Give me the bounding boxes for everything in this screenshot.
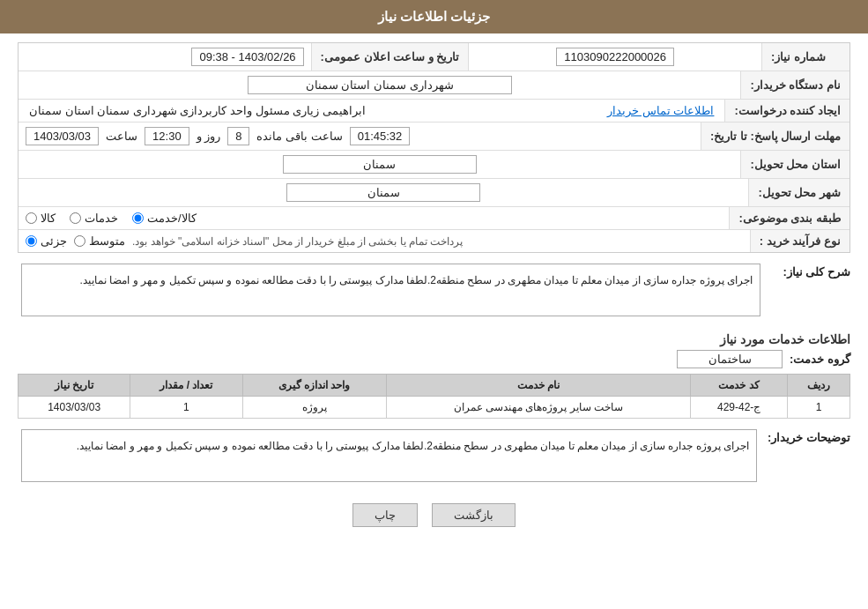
khadamat-section: اطلاعات خدمات مورد نیاز گروه خدمت: ساختم…: [18, 327, 850, 419]
khadamat-title: اطلاعات خدمات مورد نیاز: [18, 327, 850, 350]
table-cell: 1403/03/03: [19, 397, 130, 419]
mohlat-value: 01:45:32 ساعت باقی مانده 8 روز و 12:30 س…: [19, 123, 701, 150]
shomareNiaz-value: 1103090222000026: [469, 43, 761, 71]
tawzihat-section: توضیحات خریدار: اجرای پروژه جداره سازی ا…: [18, 426, 850, 486]
sharh-koli-section: شرح کلی نیاز: اجرای پروژه جداره سازی از …: [18, 260, 850, 320]
tabaqe-label: طبقه بندی موضوعی:: [729, 207, 849, 229]
tawzihat-label: توضیحات خریدار:: [768, 426, 850, 444]
col-vahadAndaze: واحد اندازه گیری: [242, 375, 386, 397]
services-table: ردیف کد خدمت نام خدمت واحد اندازه گیری ت…: [18, 374, 850, 419]
tabaqe-value: کالا/خدمت خدمات کالا: [19, 207, 729, 229]
tawzihat-text: اجرای پروژه جداره سازی از میدان معلم تا …: [21, 429, 757, 482]
tabaqe-khadamat[interactable]: خدمات: [70, 212, 118, 225]
shahr-value: سمنان: [19, 179, 748, 206]
table-cell: ساخت سایر پروژه‌های مهندسی عمران: [386, 397, 691, 419]
shahr-label: شهر محل تحویل:: [748, 179, 849, 206]
page-title: جزئیات اطلاعات نیاز: [378, 9, 490, 24]
table-cell: پروژه: [242, 397, 386, 419]
tarikhEelam-label: تاریخ و ساعت اعلان عمومی:: [311, 43, 470, 71]
namDastgah-label: نام دستگاه خریدار:: [740, 71, 849, 99]
noe-jozi[interactable]: جزئی: [26, 234, 67, 248]
table-cell: 1: [130, 397, 242, 419]
page-header: جزئیات اطلاعات نیاز: [0, 0, 868, 33]
group-service-value: ساختمان: [677, 350, 783, 368]
noe-faraind-value: پرداخت تمام یا بخشی از مبلغ خریدار از مح…: [19, 230, 750, 252]
group-service-row: گروه خدمت: ساختمان: [18, 350, 850, 368]
ostan-label: استان محل تحویل:: [740, 151, 849, 178]
col-tedad: تعداد / مقدار: [130, 375, 242, 397]
ejaadKonande-value: اطلاعات تماس خریدار ابراهیمی زیاری مسئول…: [19, 100, 724, 122]
tabaqe-kala-khadamat[interactable]: کالا/خدمت: [132, 212, 197, 225]
table-row: 1ج-42-429ساخت سایر پروژه‌های مهندسی عمرا…: [19, 397, 850, 419]
print-button[interactable]: چاپ: [352, 503, 418, 527]
ejaadKonande-label: ایجاد کننده درخواست:: [724, 100, 849, 122]
col-radif: ردیف: [787, 375, 849, 397]
col-tarikhNiaz: تاریخ نیاز: [19, 375, 130, 397]
back-button[interactable]: بازگشت: [432, 503, 516, 527]
tabaqe-kala[interactable]: کالا: [26, 212, 56, 225]
table-cell: 1: [787, 397, 849, 419]
ostan-value: سمنان: [19, 151, 740, 178]
shomareNiaz-label: شماره نیاز:: [761, 43, 849, 71]
sharh-koli-text: اجرای پروژه جداره سازی از میدان معلم تا …: [21, 264, 760, 316]
namDastgah-value: شهرداری سمنان استان سمنان: [19, 71, 740, 99]
col-namKhadamat: نام خدمت: [386, 375, 691, 397]
tarikhEelam-value: 1403/02/26 - 09:38: [19, 43, 311, 71]
info-section: شماره نیاز: 1103090222000026 تاریخ و ساع…: [18, 42, 850, 253]
col-kodKhadamat: کد خدمت: [691, 375, 788, 397]
group-service-label: گروه خدمت:: [790, 353, 850, 366]
contact-link[interactable]: اطلاعات تماس خریدار: [607, 104, 714, 117]
noe-motavasset[interactable]: متوسط: [74, 234, 125, 248]
noe-faraind-label: نوع فرآیند خرید :: [750, 230, 849, 252]
sharh-koli-label: شرح کلی نیاز:: [771, 260, 850, 279]
table-cell: ج-42-429: [691, 397, 788, 419]
mohlat-label: مهلت ارسال پاسخ: تا تاریخ:: [701, 123, 849, 150]
buttons-row: بازگشت چاپ: [18, 493, 850, 538]
